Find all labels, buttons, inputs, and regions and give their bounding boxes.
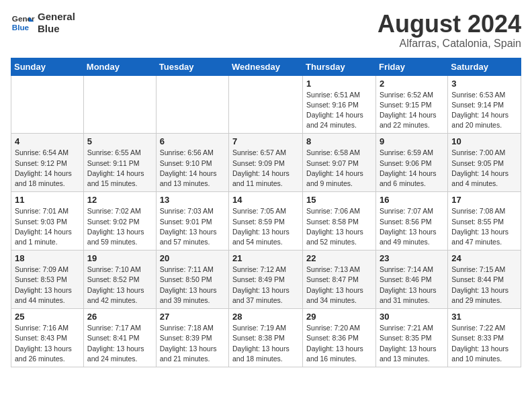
day-number: 5 [87, 136, 152, 146]
calendar-cell [229, 75, 303, 134]
col-header-saturday: Saturday [448, 58, 521, 75]
day-number: 13 [160, 195, 225, 205]
day-info: Sunrise: 7:08 AM Sunset: 8:55 PM Dayligh… [451, 206, 517, 247]
day-number: 10 [451, 136, 517, 146]
calendar-cell: 14Sunrise: 7:05 AM Sunset: 8:59 PM Dayli… [229, 192, 303, 250]
calendar-cell: 4Sunrise: 6:54 AM Sunset: 9:12 PM Daylig… [11, 134, 84, 192]
day-info: Sunrise: 7:01 AM Sunset: 9:03 PM Dayligh… [15, 206, 80, 247]
day-number: 25 [15, 312, 80, 322]
day-info: Sunrise: 7:19 AM Sunset: 8:38 PM Dayligh… [232, 323, 299, 364]
day-info: Sunrise: 7:13 AM Sunset: 8:47 PM Dayligh… [306, 265, 372, 306]
col-header-friday: Friday [375, 58, 447, 75]
calendar-cell: 8Sunrise: 6:58 AM Sunset: 9:07 PM Daylig… [303, 134, 376, 192]
day-number: 11 [15, 195, 80, 205]
day-number: 12 [87, 195, 152, 205]
day-number: 1 [306, 79, 372, 89]
header-row: SundayMondayTuesdayWednesdayThursdayFrid… [11, 58, 521, 75]
day-number: 30 [380, 312, 444, 322]
day-number: 28 [232, 312, 299, 322]
day-info: Sunrise: 6:51 AM Sunset: 9:16 PM Dayligh… [306, 90, 372, 131]
calendar-week-4: 18Sunrise: 7:09 AM Sunset: 8:53 PM Dayli… [11, 250, 521, 309]
col-header-tuesday: Tuesday [156, 58, 228, 75]
day-number: 6 [160, 136, 225, 146]
calendar-cell: 16Sunrise: 7:07 AM Sunset: 8:56 PM Dayli… [375, 192, 447, 250]
day-number: 21 [232, 253, 299, 263]
day-number: 29 [306, 312, 372, 322]
day-number: 20 [160, 253, 225, 263]
col-header-thursday: Thursday [303, 58, 376, 75]
location-subtitle: Alfarras, Catalonia, Spain [378, 38, 521, 50]
calendar-week-1: 1Sunrise: 6:51 AM Sunset: 9:16 PM Daylig… [11, 75, 521, 134]
calendar-cell: 27Sunrise: 7:18 AM Sunset: 8:39 PM Dayli… [156, 309, 228, 367]
calendar-week-5: 25Sunrise: 7:16 AM Sunset: 8:43 PM Dayli… [11, 309, 521, 367]
calendar-cell: 29Sunrise: 7:20 AM Sunset: 8:36 PM Dayli… [303, 309, 376, 367]
calendar-cell: 19Sunrise: 7:10 AM Sunset: 8:52 PM Dayli… [83, 250, 156, 309]
calendar-cell [156, 75, 228, 134]
day-info: Sunrise: 6:58 AM Sunset: 9:07 PM Dayligh… [306, 148, 372, 189]
day-info: Sunrise: 6:57 AM Sunset: 9:09 PM Dayligh… [232, 148, 299, 189]
calendar-cell: 20Sunrise: 7:11 AM Sunset: 8:50 PM Dayli… [156, 250, 228, 309]
day-info: Sunrise: 7:11 AM Sunset: 8:50 PM Dayligh… [160, 265, 225, 306]
day-info: Sunrise: 7:07 AM Sunset: 8:56 PM Dayligh… [380, 206, 444, 247]
calendar-cell: 23Sunrise: 7:14 AM Sunset: 8:46 PM Dayli… [375, 250, 447, 309]
calendar-week-2: 4Sunrise: 6:54 AM Sunset: 9:12 PM Daylig… [11, 134, 521, 192]
day-number: 26 [87, 312, 152, 322]
calendar-cell: 1Sunrise: 6:51 AM Sunset: 9:16 PM Daylig… [303, 75, 376, 134]
day-info: Sunrise: 6:56 AM Sunset: 9:10 PM Dayligh… [160, 148, 225, 189]
col-header-sunday: Sunday [11, 58, 84, 75]
calendar-cell: 10Sunrise: 7:00 AM Sunset: 9:05 PM Dayli… [448, 134, 521, 192]
calendar-cell: 12Sunrise: 7:02 AM Sunset: 9:02 PM Dayli… [83, 192, 156, 250]
calendar-cell: 13Sunrise: 7:03 AM Sunset: 9:01 PM Dayli… [156, 192, 228, 250]
calendar-cell: 7Sunrise: 6:57 AM Sunset: 9:09 PM Daylig… [229, 134, 303, 192]
day-info: Sunrise: 6:54 AM Sunset: 9:12 PM Dayligh… [15, 148, 80, 189]
day-info: Sunrise: 7:15 AM Sunset: 8:44 PM Dayligh… [451, 265, 517, 306]
day-number: 2 [380, 79, 444, 89]
day-number: 22 [306, 253, 372, 263]
calendar-cell: 17Sunrise: 7:08 AM Sunset: 8:55 PM Dayli… [448, 192, 521, 250]
calendar-cell [83, 75, 156, 134]
calendar-cell: 18Sunrise: 7:09 AM Sunset: 8:53 PM Dayli… [11, 250, 84, 309]
calendar-cell: 30Sunrise: 7:21 AM Sunset: 8:35 PM Dayli… [375, 309, 447, 367]
day-number: 24 [451, 253, 517, 263]
calendar-cell: 11Sunrise: 7:01 AM Sunset: 9:03 PM Dayli… [11, 192, 84, 250]
month-year-title: August 2024 [378, 11, 521, 38]
day-info: Sunrise: 7:10 AM Sunset: 8:52 PM Dayligh… [87, 265, 152, 306]
day-number: 23 [380, 253, 444, 263]
day-number: 15 [306, 195, 372, 205]
calendar-cell: 25Sunrise: 7:16 AM Sunset: 8:43 PM Dayli… [11, 309, 84, 367]
calendar-cell: 2Sunrise: 6:52 AM Sunset: 9:15 PM Daylig… [375, 75, 447, 134]
day-info: Sunrise: 7:00 AM Sunset: 9:05 PM Dayligh… [451, 148, 517, 189]
day-number: 4 [15, 136, 80, 146]
calendar-cell [11, 75, 84, 134]
calendar-table: SundayMondayTuesdayWednesdayThursdayFrid… [11, 58, 521, 367]
day-info: Sunrise: 7:03 AM Sunset: 9:01 PM Dayligh… [160, 206, 225, 247]
logo-svg: General Blue [11, 11, 35, 35]
day-info: Sunrise: 7:09 AM Sunset: 8:53 PM Dayligh… [15, 265, 80, 306]
day-number: 18 [15, 253, 80, 263]
calendar-cell: 5Sunrise: 6:55 AM Sunset: 9:11 PM Daylig… [83, 134, 156, 192]
day-number: 14 [232, 195, 299, 205]
calendar-cell: 6Sunrise: 6:56 AM Sunset: 9:10 PM Daylig… [156, 134, 228, 192]
svg-text:Blue: Blue [12, 23, 30, 32]
calendar-cell: 22Sunrise: 7:13 AM Sunset: 8:47 PM Dayli… [303, 250, 376, 309]
day-number: 31 [451, 312, 517, 322]
calendar-cell: 21Sunrise: 7:12 AM Sunset: 8:49 PM Dayli… [229, 250, 303, 309]
calendar-cell: 26Sunrise: 7:17 AM Sunset: 8:41 PM Dayli… [83, 309, 156, 367]
day-number: 27 [160, 312, 225, 322]
day-info: Sunrise: 7:12 AM Sunset: 8:49 PM Dayligh… [232, 265, 299, 306]
day-info: Sunrise: 7:17 AM Sunset: 8:41 PM Dayligh… [87, 323, 152, 364]
day-info: Sunrise: 6:52 AM Sunset: 9:15 PM Dayligh… [380, 90, 444, 131]
day-number: 9 [380, 136, 444, 146]
day-info: Sunrise: 7:14 AM Sunset: 8:46 PM Dayligh… [380, 265, 444, 306]
day-info: Sunrise: 6:55 AM Sunset: 9:11 PM Dayligh… [87, 148, 152, 189]
day-info: Sunrise: 7:05 AM Sunset: 8:59 PM Dayligh… [232, 206, 299, 247]
title-area: August 2024 Alfarras, Catalonia, Spain [378, 11, 521, 50]
day-info: Sunrise: 7:22 AM Sunset: 8:33 PM Dayligh… [451, 323, 517, 364]
day-number: 19 [87, 253, 152, 263]
day-info: Sunrise: 7:20 AM Sunset: 8:36 PM Dayligh… [306, 323, 372, 364]
header: General Blue General Blue August 2024 Al… [11, 11, 521, 50]
day-info: Sunrise: 7:18 AM Sunset: 8:39 PM Dayligh… [160, 323, 225, 364]
day-info: Sunrise: 7:21 AM Sunset: 8:35 PM Dayligh… [380, 323, 444, 364]
day-number: 3 [451, 79, 517, 89]
day-number: 16 [380, 195, 444, 205]
